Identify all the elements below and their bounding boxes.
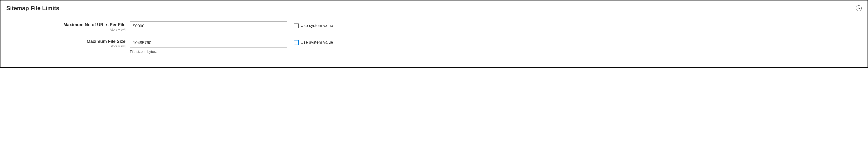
field-label-max-urls: Maximum No of URLs Per File xyxy=(6,22,125,28)
max-urls-input[interactable] xyxy=(130,21,287,31)
section-header: Sitemap File Limits xyxy=(6,5,862,12)
use-system-checkbox-max-urls[interactable] xyxy=(294,24,299,28)
use-system-checkbox-max-size[interactable] xyxy=(294,40,299,45)
max-size-input[interactable] xyxy=(130,38,287,48)
field-row-max-urls: Maximum No of URLs Per File [store view]… xyxy=(6,21,345,31)
field-input-col xyxy=(130,21,287,31)
use-system-col: Use system value xyxy=(287,21,333,28)
section-title: Sitemap File Limits xyxy=(6,5,59,12)
field-row-max-size: Maximum File Size [store view] File size… xyxy=(6,38,345,54)
chevron-up-icon xyxy=(857,7,860,10)
use-system-col: Use system value xyxy=(287,38,333,45)
use-system-label-max-size[interactable]: Use system value xyxy=(301,40,333,45)
collapse-button[interactable] xyxy=(856,5,862,11)
field-label-max-size: Maximum File Size xyxy=(6,39,125,44)
field-scope-max-size: [store view] xyxy=(6,44,125,48)
sitemap-file-limits-section: Sitemap File Limits Maximum No of URLs P… xyxy=(0,0,868,68)
field-input-col: File size in bytes. xyxy=(130,38,287,54)
field-note-max-size: File size in bytes. xyxy=(130,50,287,54)
field-label-col: Maximum No of URLs Per File [store view] xyxy=(6,21,130,31)
field-label-col: Maximum File Size [store view] xyxy=(6,38,130,48)
field-scope-max-urls: [store view] xyxy=(6,28,125,31)
use-system-label-max-urls[interactable]: Use system value xyxy=(301,23,333,28)
form-body: Maximum No of URLs Per File [store view]… xyxy=(6,21,345,54)
